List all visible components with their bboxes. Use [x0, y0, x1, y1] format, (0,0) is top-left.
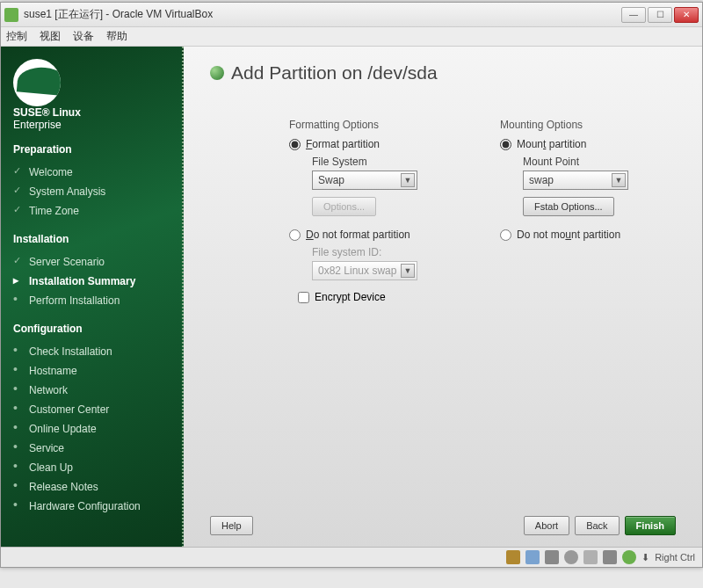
menu-control[interactable]: 控制	[6, 29, 27, 44]
nav-server-scenario[interactable]: Server Scenario	[13, 252, 170, 272]
radio-format-partition[interactable]: FFormat partitionormat partition	[289, 138, 465, 150]
brand-line1: SUSE® Linux	[13, 106, 170, 119]
nav-hardware-configuration[interactable]: Hardware Configuration	[13, 497, 170, 516]
mountpoint-select[interactable]: swap▼	[523, 171, 628, 190]
close-button[interactable]: ✕	[674, 7, 699, 23]
titlebar[interactable]: suse1 [正在运行] - Oracle VM VirtualBox — ☐ …	[1, 3, 702, 27]
brand-line2: Enterprise	[13, 119, 170, 131]
window-title: suse1 [正在运行] - Oracle VM VirtualBox	[24, 7, 621, 22]
nav-time-zone[interactable]: Time Zone	[13, 201, 170, 221]
sidebar: SUSE® Linux Enterprise Preparation Welco…	[1, 47, 184, 548]
chevron-down-icon: ▼	[612, 173, 626, 187]
status-hd-icon[interactable]	[506, 550, 520, 564]
radio-mount-partition[interactable]: Mount partition	[500, 138, 676, 150]
mounting-column: Mounting Options Mount partition Mount P…	[500, 119, 676, 303]
vm-window: suse1 [正在运行] - Oracle VM VirtualBox — ☐ …	[0, 2, 703, 568]
status-shared-icon[interactable]	[583, 550, 598, 564]
menu-devices[interactable]: 设备	[73, 29, 94, 44]
abort-button[interactable]: Abort	[524, 516, 569, 535]
maximize-button[interactable]: ☐	[648, 7, 672, 23]
radio-no-mount-input[interactable]	[500, 229, 511, 241]
fsid-select: 0x82 Linux swap▼	[312, 261, 417, 280]
nav-clean-up[interactable]: Clean Up	[13, 458, 170, 477]
mounting-heading: Mounting Options	[500, 119, 676, 131]
nav-perform-installation[interactable]: Perform Installation	[13, 291, 170, 310]
nav-system-analysis[interactable]: System Analysis	[13, 182, 170, 201]
mountpoint-label: Mount Point	[523, 156, 676, 168]
fsid-label: File system ID:	[312, 246, 465, 258]
menu-view[interactable]: 视图	[40, 29, 61, 44]
app-icon	[4, 8, 18, 22]
filesystem-select[interactable]: Swap▼	[312, 171, 417, 190]
status-hostkey-arrow: ⬇	[641, 552, 649, 563]
nav-online-update[interactable]: Online Update	[13, 419, 170, 439]
nav-installation-summary[interactable]: Installation Summary	[13, 272, 170, 291]
minimize-button[interactable]: —	[621, 7, 646, 23]
nav-customer-center[interactable]: Customer Center	[13, 400, 170, 419]
menubar: 控制 视图 设备 帮助	[1, 27, 702, 47]
radio-no-format[interactable]: Do not format partition	[289, 229, 465, 241]
radio-format-input[interactable]	[289, 139, 301, 150]
status-network-icon[interactable]	[564, 550, 578, 564]
platform-icon	[210, 66, 224, 80]
encrypt-checkbox-row[interactable]: Encrypt Device	[298, 291, 465, 303]
chevron-down-icon: ▼	[401, 264, 415, 278]
radio-mount-input[interactable]	[500, 139, 511, 150]
nav-network[interactable]: Network	[13, 381, 170, 400]
radio-no-mount[interactable]: Do not mount partition	[500, 229, 676, 241]
status-display-icon[interactable]	[603, 550, 617, 564]
section-configuration: Configuration	[13, 323, 170, 335]
menu-help[interactable]: 帮助	[106, 29, 127, 44]
radio-no-format-input[interactable]	[289, 229, 301, 241]
formatting-heading: Formatting Options	[289, 119, 465, 131]
statusbar: ⬇ Right Ctrl	[1, 547, 702, 567]
formatting-column: Formatting Options FFormat partitionorma…	[289, 119, 465, 303]
options-button: Options...	[312, 197, 376, 216]
status-mouse-icon[interactable]	[622, 550, 636, 564]
help-button[interactable]: Help	[210, 516, 253, 535]
status-optical-icon[interactable]	[525, 550, 540, 564]
nav-service[interactable]: Service	[13, 439, 170, 458]
section-installation: Installation	[13, 233, 170, 245]
back-button[interactable]: Back	[575, 516, 619, 535]
nav-welcome[interactable]: Welcome	[13, 163, 170, 182]
status-hostkey: Right Ctrl	[655, 552, 695, 563]
nav-check-installation[interactable]: Check Installation	[13, 342, 170, 361]
chevron-down-icon: ▼	[401, 173, 415, 187]
nav-release-notes[interactable]: Release Notes	[13, 477, 170, 497]
suse-logo	[13, 59, 170, 101]
page-title: Add Partition on /dev/sda	[231, 62, 438, 83]
section-preparation: Preparation	[13, 143, 170, 156]
fstab-options-button[interactable]: Fstab Options...	[523, 197, 614, 216]
main-panel: Add Partition on /dev/sda Formatting Opt…	[184, 47, 702, 548]
filesystem-label: File System	[312, 156, 465, 168]
status-usb-icon[interactable]	[545, 550, 559, 564]
finish-button[interactable]: Finish	[625, 516, 676, 535]
nav-hostname[interactable]: Hostname	[13, 361, 170, 381]
encrypt-checkbox[interactable]	[298, 292, 309, 303]
